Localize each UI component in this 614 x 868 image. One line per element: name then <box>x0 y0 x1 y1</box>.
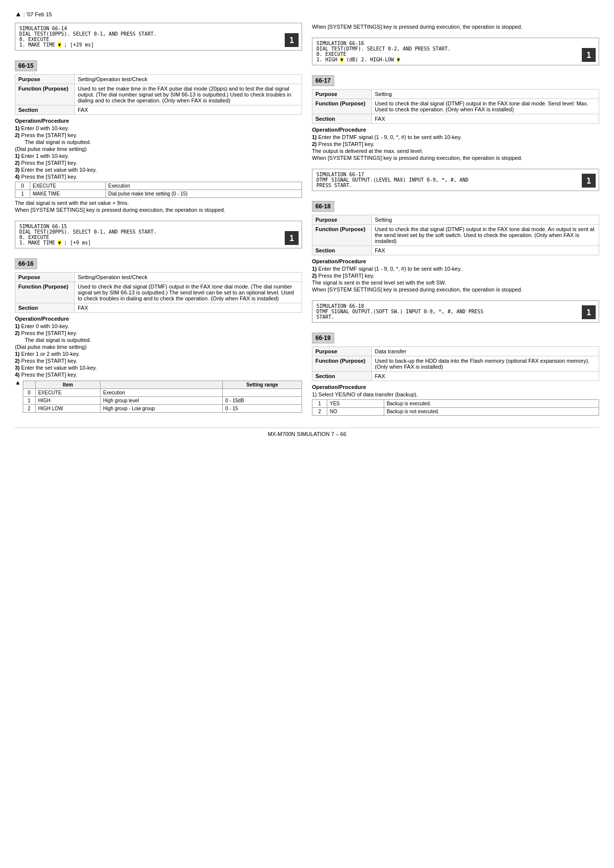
section-value: FAX <box>372 114 599 124</box>
table-row: 1 HIGH High group level 0 - 15dB <box>23 397 302 405</box>
cell: 0 - 15 <box>223 405 302 413</box>
cell: High group level <box>101 397 223 405</box>
warning-icon: ▲ <box>15 10 22 18</box>
cell: NO <box>327 408 384 416</box>
step-2a-16: 2) Press the [START] key. <box>15 330 302 336</box>
page-header: ▲ : '07 Feb 15 <box>15 10 599 18</box>
cell: EXECUTE <box>30 182 106 190</box>
code-line: PRESS START. <box>316 183 595 188</box>
button-1-code15[interactable]: 1 <box>285 231 299 245</box>
large-table-66-16: Item Setting range 0 EXECUTE Execution 1… <box>23 381 302 413</box>
op-header-66-16: Operation/Procedure <box>15 316 302 322</box>
indent-a: The dial signal is outputted. <box>15 139 302 145</box>
page-footer: MX-M700N SIMULATION 7 – 66 <box>15 428 599 437</box>
section-66-16: 66-16 Purpose Setting/Operation test/Che… <box>15 258 302 416</box>
warning-icon: ▲ <box>15 379 21 386</box>
cell: 2 <box>23 405 35 413</box>
section-number-66-15: 66-15 <box>15 60 37 71</box>
code-line: 0. EXECUTE <box>19 235 298 240</box>
section-row: Section FAX <box>15 303 302 313</box>
info-table-66-18: Purpose Setting Function (Purpose) Used … <box>312 215 599 255</box>
purpose-row: Purpose Setting/Operation test/Check <box>15 75 302 84</box>
purpose-row: Purpose Setting <box>312 215 599 225</box>
function-value: Used to set the make time in the FAX pul… <box>75 84 302 105</box>
table-row: 0 EXECUTE Execution <box>15 182 302 190</box>
function-row: Function (Purpose) Used to set the make … <box>15 84 302 105</box>
purpose-value: Setting/Operation test/Check <box>75 75 302 84</box>
th-num <box>23 381 35 389</box>
purpose-label: Purpose <box>312 215 372 225</box>
note2-18: When [SYSTEM SETTINGS] key is pressed du… <box>312 287 599 292</box>
left-column: SIMULATION 66-14 DIAL TEST(10PPS). SELEC… <box>15 23 302 418</box>
op-header-66-18: Operation/Procedure <box>312 258 599 264</box>
purpose-label: Purpose <box>15 75 75 84</box>
op-header-66-15: Operation/Procedure <box>15 118 302 124</box>
note1-18: The signal is sent in the send level set… <box>312 280 599 286</box>
cell: 1 <box>23 397 35 405</box>
step-2-17: 2) Press the [START] key. <box>312 141 599 147</box>
step-3b-16: 3) Enter the set value with 10-key. <box>15 365 302 371</box>
table-row: 2 HIGH LOW High group - Low group 0 - 15 <box>23 405 302 413</box>
purpose-label: Purpose <box>312 90 372 99</box>
section-value: FAX <box>75 105 302 115</box>
table-row: 1 MAKE TIME Dial pulse make time setting… <box>15 190 302 198</box>
cell <box>223 389 302 397</box>
function-label: Function (Purpose) <box>312 225 372 246</box>
section-label: Section <box>15 303 75 313</box>
section-66-17: 66-17 Purpose Setting Function (Purpose)… <box>312 75 599 162</box>
op-header-66-17: Operation/Procedure <box>312 127 599 133</box>
function-label: Function (Purpose) <box>15 84 75 105</box>
function-value: Used to check the dial signal (DTMF) out… <box>372 225 599 246</box>
function-label: Function (Purpose) <box>312 356 372 372</box>
purpose-label: Purpose <box>15 273 75 282</box>
purpose-row: Purpose Data transfer <box>312 347 599 356</box>
button-1-code17[interactable]: 1 <box>582 174 596 188</box>
section-66-15: 66-15 Purpose Setting/Operation test/Che… <box>15 60 302 214</box>
footer-text: MX-M700N SIMULATION 7 – 66 <box>268 431 347 437</box>
table-row: 1 YES Backup is executed. <box>312 400 599 408</box>
cell: HIGH LOW <box>35 405 100 413</box>
cell: 0 <box>23 389 35 397</box>
button-1-code18[interactable]: 1 <box>582 305 596 319</box>
step-2-18: 2) Press the [START] key. <box>312 273 599 279</box>
cell: 1 <box>312 400 327 408</box>
step-4b-16: 4) Press the [START] key. <box>15 372 302 378</box>
code-line: DIAL TEST(20PPS). SELECT 0-1, AND PRESS … <box>19 229 298 235</box>
note1-17: The output is delivered at the max. send… <box>312 148 599 154</box>
code-line: START. <box>316 314 595 320</box>
op-header-66-19: Operation/Procedure <box>312 384 599 390</box>
button-1-code16r[interactable]: 1 <box>582 48 596 62</box>
cell: Execution <box>105 182 302 190</box>
info-table-66-17: Purpose Setting Function (Purpose) Used … <box>312 89 599 124</box>
section-value: FAX <box>75 303 302 313</box>
step-1a: 1) Enter 0 with 10-key. <box>15 125 302 131</box>
step-1a-16: 1) Enter 0 with 10-key. <box>15 323 302 329</box>
cell: Execution <box>101 389 223 397</box>
note-top: When [SYSTEM SETTINGS] key is pressed du… <box>312 24 599 30</box>
table-header-row: Item Setting range <box>23 381 302 389</box>
step-1-19: 1) Select YES/NO of data transfer (backu… <box>312 391 599 397</box>
code-line: SIMULATION 66-15 <box>19 224 298 229</box>
th-desc <box>101 381 223 389</box>
note2-17: When [SYSTEM SETTINGS] key is pressed du… <box>312 155 599 161</box>
section-number-66-16: 66-16 <box>15 258 37 269</box>
section-row: Section FAX <box>15 105 302 115</box>
function-label: Function (Purpose) <box>312 99 372 114</box>
code-box-66-17: SIMULATION 66-17 DTMF SIGNAL OUTPUT.(LEV… <box>312 169 599 191</box>
button-1-code14[interactable]: 1 <box>285 33 299 47</box>
code-line: DIAL TEST(DTMF). SELECT 0-2, AND PRESS S… <box>316 46 595 51</box>
code-line-2: DIAL TEST(10PPS). SELECT 0-1, AND PRESS … <box>19 31 298 37</box>
section-66-18: 66-18 Purpose Setting Function (Purpose)… <box>312 201 599 293</box>
step-1-18: 1) Enter the DTMF signal (1 - 9, 0, *, #… <box>312 266 599 272</box>
cell: 0 - 15dB <box>223 397 302 405</box>
cell: EXECUTE <box>35 389 100 397</box>
purpose-value: Setting <box>372 215 599 225</box>
code-line: SIMULATION 66-17 <box>316 172 595 177</box>
function-row: Function (Purpose) Used to check the dia… <box>312 99 599 114</box>
table-row: 0 EXECUTE Execution <box>23 389 302 397</box>
section-value: FAX <box>372 246 599 255</box>
code-line-4: 1. MAKE TIME ▼ ; [+29 ms] <box>19 42 298 48</box>
code-box-66-18: SIMULATION 66-18 DTMF SIGNAL OUTPUT.(SOF… <box>312 300 599 323</box>
function-row: Function (Purpose) Used to check the dia… <box>15 282 302 303</box>
section-row: Section FAX <box>312 372 599 381</box>
